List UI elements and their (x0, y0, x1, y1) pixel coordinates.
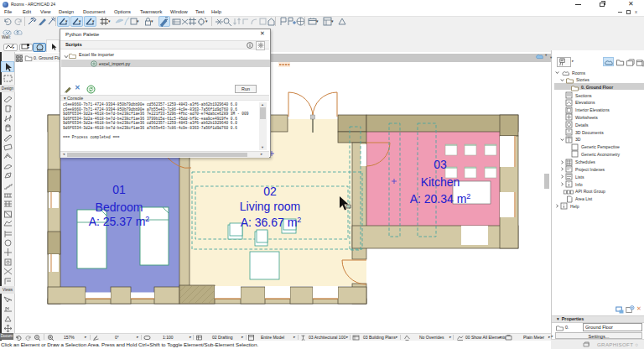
svg-text:01: 01 (112, 183, 126, 196)
svg-text:A: 36.67 m2: A: 36.67 m2 (241, 216, 302, 229)
svg-text:03: 03 (434, 158, 447, 171)
svg-text:02: 02 (263, 185, 277, 198)
svg-text:Bedroom: Bedroom (96, 201, 143, 214)
svg-text:A: 20.34 m2: A: 20.34 m2 (410, 192, 471, 206)
svg-text:Kitchen: Kitchen (421, 175, 460, 189)
svg-text:A: 25.37 m2: A: 25.37 m2 (89, 215, 150, 228)
svg-text:Living room: Living room (240, 200, 300, 213)
